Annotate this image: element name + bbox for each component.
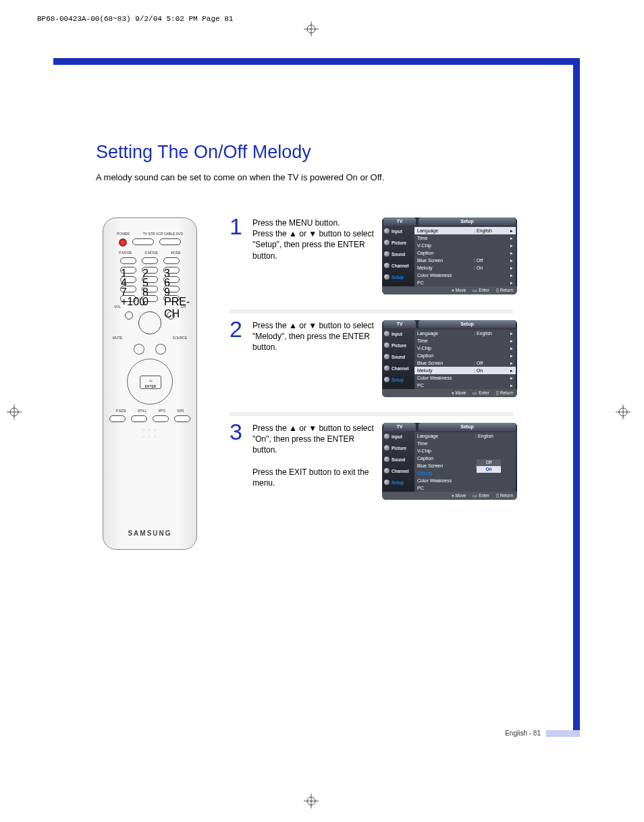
osd-tab-sound: Sound <box>382 249 414 260</box>
remote-brand: SAMSUNG <box>103 530 196 537</box>
osd-row-value: : English <box>474 227 501 234</box>
registration-mark-icon <box>304 794 319 808</box>
registration-mark-icon <box>304 22 319 36</box>
osd-tab-channel: Channel <box>382 465 414 477</box>
osd-row-label: V-Chip <box>417 344 464 352</box>
step-2: 2 Press the ▲ or ▼ button to select "Mel… <box>230 320 582 397</box>
osd-title: Setup <box>419 423 516 431</box>
osd-tab-picture: Picture <box>382 237 414 249</box>
osd-row-label: Time <box>417 440 464 447</box>
chevron-right-icon: ▸ <box>510 234 513 242</box>
chevron-right-icon: ▸ <box>510 279 513 286</box>
chevron-right-icon: ▸ <box>510 242 513 249</box>
osd-row-value: : English <box>475 432 502 440</box>
step-text: Press the ▲ or ▼ button to select "On", … <box>252 423 374 488</box>
osd-row-value: : Off <box>474 257 501 264</box>
step-3: 3 Press the ▲ or ▼ button to select "On"… <box>230 423 582 500</box>
page-footer: English - 81 <box>0 729 580 737</box>
osd-tab-setup: Setup <box>382 272 414 283</box>
osd-row-label: Caption <box>417 455 464 462</box>
osd-row-label: V-Chip <box>417 447 464 455</box>
intro-text: A melody sound can be set to come on whe… <box>96 172 568 182</box>
osd-footer-enter: ▭ Enter <box>473 493 489 498</box>
chevron-right-icon: ▸ <box>510 359 513 367</box>
osd-row-label: Melody <box>417 469 464 477</box>
osd-row-label: PC <box>417 279 464 286</box>
osd-footer-move: ♦ Move <box>452 390 466 396</box>
osd-tab-input: Input <box>382 431 414 442</box>
page-title: Setting The On/Off Melody <box>96 142 568 163</box>
step-text: Press the MENU button. Press the ▲ or ▼ … <box>252 217 374 261</box>
osd-row-label: PC <box>417 382 464 389</box>
osd-title: Setup <box>419 217 516 226</box>
osd-row-label: Time <box>417 234 464 242</box>
osd-screenshot-3: TV Setup Input Picture Sound Channel Set… <box>382 423 517 500</box>
osd-row-label: Language <box>417 330 464 337</box>
osd-screenshot-2: TV Setup Input Picture Sound Channel Set… <box>382 320 517 397</box>
osd-tab-input: Input <box>382 328 414 340</box>
osd-row-value: : On <box>474 264 501 272</box>
osd-row-label: Color Weakness <box>417 374 464 382</box>
osd-tab-channel: Channel <box>382 363 414 374</box>
osd-row-label: Language <box>417 227 464 234</box>
chevron-right-icon: ▸ <box>510 374 513 382</box>
doc-meta: BP68-00423A-00(68~83) 9/2/04 5:02 PM Pag… <box>37 15 233 23</box>
step-1: 1 Press the MENU button. Press the ▲ or … <box>230 217 582 294</box>
osd-tv-label: TV <box>383 423 416 431</box>
osd-row-label: Melody <box>417 264 464 272</box>
osd-row-label: Blue Screen <box>417 359 464 367</box>
osd-tv-label: TV <box>383 320 416 328</box>
chevron-right-icon: ▸ <box>510 367 513 374</box>
step-number: 1 <box>230 217 244 236</box>
melody-option-off: Off <box>477 459 501 466</box>
chevron-right-icon: ▸ <box>510 249 513 257</box>
registration-mark-icon <box>616 405 630 419</box>
osd-footer-return: ▯ Return <box>496 390 513 396</box>
osd-row-label: Caption <box>417 352 464 359</box>
osd-row-value: : English <box>474 330 501 337</box>
osd-row-label: PC <box>417 484 464 492</box>
osd-row-value: : Off <box>474 359 501 367</box>
chevron-right-icon: ▸ <box>510 330 513 337</box>
chevron-right-icon: ▸ <box>510 272 513 279</box>
osd-footer-return: ▯ Return <box>496 493 513 498</box>
osd-footer-move: ♦ Move <box>452 493 466 498</box>
osd-title: Setup <box>419 320 516 328</box>
osd-tab-setup: Setup <box>382 477 414 488</box>
separator <box>230 309 513 313</box>
osd-tab-sound: Sound <box>382 351 414 363</box>
osd-tab-picture: Picture <box>382 442 414 454</box>
osd-footer-return: ▯ Return <box>496 288 513 293</box>
chevron-right-icon: ▸ <box>510 382 513 389</box>
osd-tv-label: TV <box>383 217 416 226</box>
chevron-right-icon: ▸ <box>510 227 513 234</box>
step-number: 2 <box>230 320 244 338</box>
power-icon <box>119 238 127 247</box>
osd-tab-channel: Channel <box>382 260 414 272</box>
chevron-right-icon: ▸ <box>510 344 513 352</box>
osd-row-label: Blue Screen <box>417 257 464 264</box>
step-text: Press the ▲ or ▼ button to select "Melod… <box>252 320 374 353</box>
step-number: 3 <box>230 423 244 441</box>
osd-footer-enter: ▭ Enter <box>473 288 489 293</box>
chevron-right-icon: ▸ <box>510 352 513 359</box>
melody-option-on: On <box>477 466 501 473</box>
osd-tab-setup: Setup <box>382 374 414 386</box>
osd-footer-enter: ▭ Enter <box>473 390 489 396</box>
chevron-right-icon: ▸ <box>510 264 513 272</box>
osd-row-label: Caption <box>417 249 464 257</box>
chevron-right-icon: ▸ <box>510 257 513 264</box>
osd-screenshot-1: TV Setup Input Picture Sound Channel Set… <box>382 217 517 294</box>
osd-tab-input: Input <box>382 226 414 237</box>
osd-footer-move: ♦ Move <box>452 288 466 293</box>
osd-tab-sound: Sound <box>382 454 414 465</box>
osd-row-label: Blue Screen <box>417 462 464 469</box>
osd-row-label: Color Weakness <box>417 477 464 484</box>
osd-row-label: Color Weakness <box>417 272 464 279</box>
registration-mark-icon <box>7 405 22 419</box>
chevron-right-icon: ▸ <box>510 337 513 344</box>
osd-row-label: Melody <box>417 367 464 374</box>
osd-tab-picture: Picture <box>382 340 414 351</box>
osd-row-label: V-Chip <box>417 242 464 249</box>
osd-row-label: Time <box>417 337 464 344</box>
